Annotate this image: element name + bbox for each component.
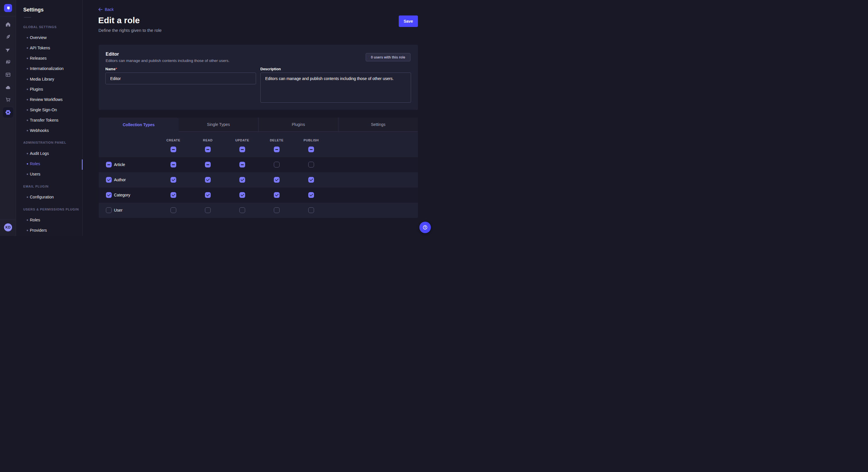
column-header-create: CREATE bbox=[156, 138, 191, 142]
author-create-checkbox[interactable] bbox=[170, 177, 176, 183]
back-label: Back bbox=[105, 7, 114, 12]
category-publish-checkbox[interactable] bbox=[308, 192, 314, 198]
row-select-checkbox[interactable] bbox=[106, 162, 112, 167]
user-update-checkbox[interactable] bbox=[239, 207, 245, 213]
article-create-checkbox[interactable] bbox=[170, 162, 176, 167]
user-read-checkbox[interactable] bbox=[205, 207, 211, 213]
role-name-heading: Editor bbox=[105, 52, 119, 57]
required-asterisk: * bbox=[115, 67, 117, 71]
tab-collection-types[interactable]: Collection Types bbox=[99, 117, 179, 132]
sidebar-item-plugins[interactable]: Plugins bbox=[16, 87, 83, 92]
bullet-icon bbox=[27, 47, 28, 49]
sidebar-item-users[interactable]: Users bbox=[16, 171, 83, 177]
section-users-permissions-plugin: USERS & PERMISSIONS PLUGIN bbox=[23, 208, 79, 211]
rail-divider bbox=[0, 16, 16, 16]
media-library-icon[interactable] bbox=[5, 59, 11, 65]
sidebar-item-single-sign-on[interactable]: Single Sign-On bbox=[16, 107, 83, 113]
sidebar-item-audit-logs[interactable]: Audit Logs bbox=[16, 151, 83, 157]
bullet-icon bbox=[27, 68, 28, 69]
name-input[interactable] bbox=[105, 72, 256, 84]
sidebar-item-review-workflows[interactable]: Review Workflows bbox=[16, 97, 83, 103]
row-select-checkbox[interactable] bbox=[106, 177, 112, 183]
main-nav-rail: KD bbox=[0, 0, 16, 236]
sidebar-item-api-tokens[interactable]: API Tokens bbox=[16, 45, 83, 51]
home-icon[interactable] bbox=[5, 22, 11, 27]
settings-subnav: Settings GLOBAL SETTINGS Overview API To… bbox=[16, 0, 83, 236]
column-header-update: UPDATE bbox=[225, 138, 259, 142]
sidebar-item-transfer-tokens[interactable]: Transfer Tokens bbox=[16, 117, 83, 123]
sidebar-item-releases[interactable]: Releases bbox=[16, 56, 83, 61]
sidebar-item-webhooks[interactable]: Webhooks bbox=[16, 128, 83, 134]
select-all-delete-checkbox[interactable] bbox=[274, 146, 280, 152]
category-delete-checkbox[interactable] bbox=[274, 192, 280, 198]
sidebar-item-up-roles[interactable]: Roles bbox=[16, 217, 83, 223]
section-email-plugin: EMAIL PLUGIN bbox=[23, 185, 49, 188]
column-header-delete: DELETE bbox=[259, 138, 294, 142]
active-item-indicator bbox=[82, 160, 83, 170]
sidebar-item-providers[interactable]: Providers bbox=[16, 228, 83, 233]
users-with-role-badge[interactable]: 0 users with this role bbox=[366, 53, 410, 61]
table-row-category: Category bbox=[99, 188, 418, 203]
row-label: User bbox=[114, 208, 123, 212]
bullet-icon bbox=[27, 130, 28, 131]
row-select-checkbox[interactable] bbox=[106, 207, 112, 213]
user-create-checkbox[interactable] bbox=[170, 207, 176, 213]
section-administration-panel: ADMINISTRATION PANEL bbox=[23, 141, 66, 144]
table-row-author: Author bbox=[99, 172, 418, 188]
sidebar-item-roles-active[interactable]: Roles bbox=[16, 161, 83, 167]
strapi-logo[interactable] bbox=[4, 4, 12, 12]
user-delete-checkbox[interactable] bbox=[274, 207, 280, 213]
sidebar-item-internationalization[interactable]: Internationalization bbox=[16, 66, 83, 72]
tab-settings[interactable]: Settings bbox=[338, 117, 418, 132]
content-type-builder-icon[interactable] bbox=[5, 34, 11, 40]
user-avatar[interactable]: KD bbox=[4, 224, 12, 231]
bullet-icon bbox=[27, 99, 28, 100]
description-textarea[interactable]: Editors can manage and publish contents … bbox=[260, 72, 411, 103]
bullet-icon bbox=[27, 220, 28, 221]
article-update-checkbox[interactable] bbox=[239, 162, 245, 167]
bullet-icon bbox=[27, 196, 28, 198]
sidebar-item-media-library[interactable]: Media Library bbox=[16, 76, 83, 82]
bullet-icon bbox=[27, 163, 28, 165]
back-link[interactable]: Back bbox=[98, 7, 114, 12]
cloud-icon[interactable] bbox=[5, 85, 11, 90]
section-global-settings: GLOBAL SETTINGS bbox=[23, 25, 57, 29]
bullet-icon bbox=[27, 58, 28, 59]
content-manager-icon[interactable] bbox=[5, 72, 11, 77]
sidebar-item-configuration[interactable]: Configuration bbox=[16, 194, 83, 200]
article-read-checkbox[interactable] bbox=[205, 162, 211, 167]
select-all-publish-checkbox[interactable] bbox=[308, 146, 314, 152]
help-button[interactable] bbox=[420, 222, 431, 233]
app-window: KD Settings GLOBAL SETTINGS Overview API… bbox=[0, 0, 434, 236]
rail-bottom-divider bbox=[0, 220, 16, 220]
save-button[interactable]: Save bbox=[399, 15, 418, 27]
select-all-read-checkbox[interactable] bbox=[205, 146, 211, 152]
tab-plugins[interactable]: Plugins bbox=[258, 117, 338, 132]
role-info-card: Editor Editors can manage and publish co… bbox=[99, 45, 418, 110]
user-publish-checkbox[interactable] bbox=[308, 207, 314, 213]
back-arrow-icon bbox=[98, 7, 102, 11]
category-read-checkbox[interactable] bbox=[205, 192, 211, 198]
author-publish-checkbox[interactable] bbox=[308, 177, 314, 183]
settings-icon-active[interactable] bbox=[3, 107, 13, 117]
row-label: Category bbox=[114, 193, 130, 197]
author-delete-checkbox[interactable] bbox=[274, 177, 280, 183]
category-create-checkbox[interactable] bbox=[170, 192, 176, 198]
category-update-checkbox[interactable] bbox=[239, 192, 245, 198]
sidebar-item-overview[interactable]: Overview bbox=[16, 35, 83, 41]
author-update-checkbox[interactable] bbox=[239, 177, 245, 183]
bullet-icon bbox=[27, 89, 28, 90]
tab-single-types[interactable]: Single Types bbox=[179, 117, 258, 132]
row-select-checkbox[interactable] bbox=[106, 192, 112, 198]
select-all-create-checkbox[interactable] bbox=[170, 146, 176, 152]
bullet-icon bbox=[27, 153, 28, 154]
table-row-user: User bbox=[99, 203, 418, 218]
author-read-checkbox[interactable] bbox=[205, 177, 211, 183]
select-all-update-checkbox[interactable] bbox=[239, 146, 245, 152]
article-publish-checkbox[interactable] bbox=[308, 162, 314, 167]
page-title: Edit a role bbox=[98, 15, 140, 25]
deploy-icon[interactable] bbox=[5, 47, 11, 53]
marketplace-icon[interactable] bbox=[5, 97, 11, 103]
name-field-label: Name* bbox=[105, 67, 117, 71]
article-delete-checkbox[interactable] bbox=[274, 162, 280, 167]
